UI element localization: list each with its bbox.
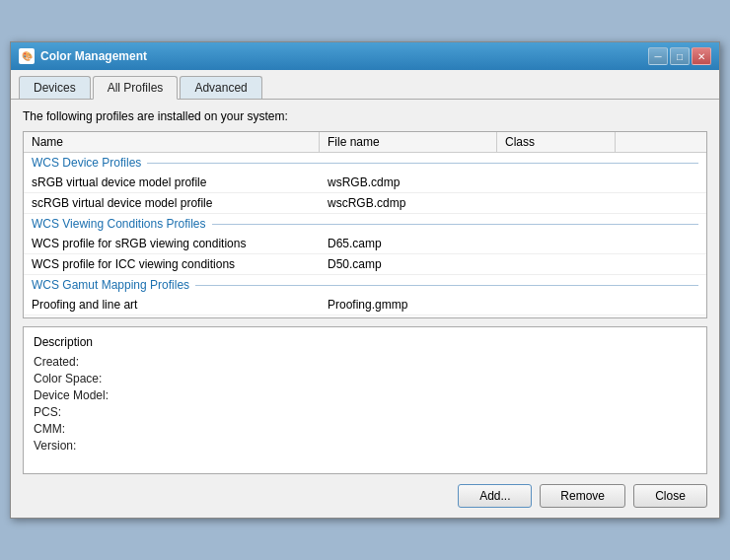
- info-cmm: CMM:: [34, 422, 696, 436]
- section-wcs-viewing: WCS Viewing Conditions Profiles: [24, 214, 706, 234]
- row-name: sRGB virtual device model profile: [24, 173, 320, 192]
- section-wcs-device: WCS Device Profiles: [24, 153, 706, 173]
- close-button[interactable]: Close: [633, 484, 707, 508]
- minimize-button[interactable]: ─: [648, 47, 668, 65]
- column-headers: Name File name Class: [24, 132, 706, 153]
- row-filename: D65.camp: [320, 234, 497, 253]
- col-class: Class: [497, 132, 616, 152]
- maximize-button[interactable]: □: [670, 47, 690, 65]
- tab-all-profiles[interactable]: All Profiles: [93, 76, 179, 100]
- description-box: Description Created: Color Space: Device…: [23, 326, 707, 474]
- row-filename: wscRGB.cdmp: [320, 193, 497, 213]
- row-name: scRGB virtual device model profile: [24, 193, 320, 213]
- table-row[interactable]: WCS profile for ICC viewing conditions D…: [24, 254, 706, 275]
- add-button[interactable]: Add...: [458, 484, 532, 508]
- row-filename: wsRGB.cdmp: [320, 173, 497, 192]
- row-class: [497, 234, 616, 253]
- title-bar: 🎨 Color Management ─ □ ✕: [11, 42, 719, 70]
- main-content: The following profiles are installed on …: [11, 100, 719, 518]
- info-color-space: Color Space:: [34, 372, 696, 385]
- title-buttons: ─ □ ✕: [648, 47, 711, 65]
- description-text: The following profiles are installed on …: [23, 109, 707, 123]
- button-row: Add... Remove Close: [23, 484, 707, 508]
- col-name: Name: [24, 132, 320, 152]
- window: 🎨 Color Management ─ □ ✕ Devices All Pro…: [10, 41, 720, 519]
- row-name: Proofing and line art: [24, 295, 320, 315]
- info-pcs: PCS:: [34, 405, 696, 419]
- row-filename: D50.camp: [320, 254, 497, 274]
- row-name: WCS profile for ICC viewing conditions: [24, 254, 320, 274]
- table-row[interactable]: WCS profile for sRGB viewing conditions …: [24, 234, 706, 254]
- row-class: [497, 254, 616, 274]
- section-wcs-gamut: WCS Gamut Mapping Profiles: [24, 275, 706, 295]
- table-scroll[interactable]: Name File name Class WCS Device Profiles…: [24, 132, 706, 317]
- col-filename: File name: [320, 132, 497, 152]
- info-title: Description: [34, 335, 696, 349]
- window-title: Color Management: [40, 49, 147, 63]
- tab-bar: Devices All Profiles Advanced: [11, 70, 719, 100]
- remove-button[interactable]: Remove: [540, 484, 625, 508]
- info-device-model: Device Model:: [34, 388, 696, 402]
- row-class: [497, 193, 616, 213]
- row-name: WCS profile for sRGB viewing conditions: [24, 234, 320, 253]
- row-filename: Proofing.gmmp: [320, 295, 497, 315]
- info-version: Version:: [34, 439, 696, 453]
- info-created: Created:: [34, 355, 696, 369]
- table-row[interactable]: sRGB virtual device model profile wsRGB.…: [24, 173, 706, 193]
- close-window-button[interactable]: ✕: [692, 47, 711, 65]
- title-bar-left: 🎨 Color Management: [19, 48, 147, 64]
- table-row[interactable]: scRGB virtual device model profile wscRG…: [24, 193, 706, 214]
- tab-devices[interactable]: Devices: [19, 76, 91, 99]
- row-class: [497, 173, 616, 192]
- profiles-table: Name File name Class WCS Device Profiles…: [23, 131, 707, 318]
- table-row[interactable]: Proofing and line art Proofing.gmmp: [24, 295, 706, 315]
- row-class: [497, 295, 616, 315]
- window-icon: 🎨: [19, 48, 35, 64]
- tab-advanced[interactable]: Advanced: [180, 76, 261, 99]
